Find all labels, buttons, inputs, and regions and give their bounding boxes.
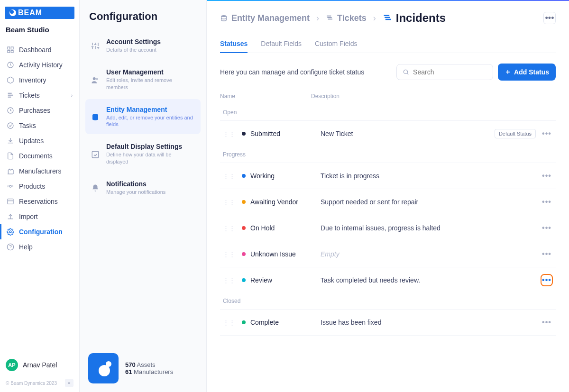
nav-icon <box>7 228 14 236</box>
user-name: Arnav Patel <box>23 361 57 369</box>
breadcrumb-label: Incidents <box>396 11 446 25</box>
config-item-account-settings[interactable]: Account SettingsDetails of the account <box>85 31 201 60</box>
status-group-closed: Closed <box>220 293 556 309</box>
status-description: Support needed or sent for repair <box>321 198 541 206</box>
breadcrumb-entity-management[interactable]: Entity Management <box>220 13 310 23</box>
status-description: Issue has been fixed <box>321 319 541 326</box>
status-name: Complete <box>250 319 321 326</box>
sidebar-item-dashboard[interactable]: Dashboard <box>0 42 79 57</box>
nav-icon <box>7 243 14 251</box>
breadcrumb-separator: › <box>373 13 376 23</box>
config-item-notifications[interactable]: NotificationsManage your notifications <box>85 173 201 202</box>
breadcrumb-more-icon[interactable]: ••• <box>543 12 556 24</box>
sidebar-item-activity-history[interactable]: Activity History <box>0 57 79 73</box>
sidebar-item-tickets[interactable]: Tickets› <box>0 88 79 103</box>
config-item-title: Default Display Settings <box>106 143 195 150</box>
stat-assets-label: Assets <box>137 361 156 368</box>
nav-icon <box>7 107 14 114</box>
sidebar-item-purchases[interactable]: Purchases <box>0 103 79 118</box>
nav-label: Inventory <box>19 76 46 84</box>
row-more-icon[interactable]: ••• <box>541 222 553 234</box>
collapse-sidebar-icon[interactable]: « <box>65 379 73 387</box>
svg-rect-29 <box>328 18 332 19</box>
drag-handle-icon[interactable]: ⋮⋮ <box>223 199 235 206</box>
row-more-icon[interactable]: ••• <box>541 128 553 140</box>
nav-icon <box>7 137 14 145</box>
row-more-icon[interactable]: ••• <box>541 274 553 286</box>
status-color-dot <box>242 320 246 324</box>
sidebar-item-configuration[interactable]: Configuration <box>0 224 79 239</box>
breadcrumb-icon <box>383 13 392 23</box>
nav-label: Tasks <box>19 122 36 129</box>
drag-handle-icon[interactable]: ⋮⋮ <box>223 251 235 258</box>
stat-assets-count: 570 <box>125 361 136 368</box>
drag-handle-icon[interactable]: ⋮⋮ <box>223 173 235 180</box>
sidebar-item-import[interactable]: Import <box>0 209 79 224</box>
svg-point-26 <box>221 15 227 17</box>
drag-handle-icon[interactable]: ⋮⋮ <box>223 130 235 137</box>
add-status-label: Add Status <box>514 68 549 76</box>
search-input-wrapper[interactable] <box>396 64 493 80</box>
status-color-dot <box>242 200 246 204</box>
sidebar-item-documents[interactable]: Documents <box>0 148 79 164</box>
svg-rect-32 <box>385 19 391 20</box>
status-name: Review <box>250 276 321 284</box>
column-desc-header: Description <box>311 93 556 100</box>
tab-default-fields[interactable]: Default Fields <box>261 36 302 53</box>
drag-handle-icon[interactable]: ⋮⋮ <box>223 319 235 326</box>
config-panel-title: Configuration <box>80 0 206 31</box>
status-color-dot <box>242 132 246 136</box>
search-input[interactable] <box>413 68 487 76</box>
sidebar-item-manufacturers[interactable]: Manufacturers <box>0 164 79 179</box>
config-item-desc: Add, edit, or remove your entities and f… <box>106 114 195 128</box>
sidebar-item-help[interactable]: Help <box>0 239 79 255</box>
nav-icon <box>7 213 14 220</box>
tab-custom-fields[interactable]: Custom Fields <box>315 36 357 53</box>
status-row: ⋮⋮Unknown IssueEmpty••• <box>220 241 556 267</box>
svg-rect-28 <box>327 17 331 18</box>
sidebar-item-tasks[interactable]: Tasks <box>0 118 79 133</box>
status-description: Empty <box>321 250 541 258</box>
status-row: ⋮⋮ReviewTask completed but needs review.… <box>220 267 556 293</box>
status-color-dot <box>242 226 246 230</box>
drag-handle-icon[interactable]: ⋮⋮ <box>223 277 235 284</box>
drag-handle-icon[interactable]: ⋮⋮ <box>223 225 235 232</box>
status-group-open: Open <box>220 104 556 120</box>
svg-rect-25 <box>92 151 99 158</box>
svg-point-10 <box>9 231 11 233</box>
nav-label: Tickets <box>19 91 40 99</box>
status-description: Ticket is in progress <box>321 172 541 180</box>
config-item-default-display-settings[interactable]: Default Display SettingsDefine how your … <box>85 136 201 172</box>
config-item-user-management[interactable]: User ManagementEdit roles, invite and re… <box>85 62 201 97</box>
sidebar-item-inventory[interactable]: Inventory <box>0 73 79 88</box>
sidebar-item-updates[interactable]: Updates <box>0 133 79 148</box>
status-row: ⋮⋮SubmittedNew TicketDefault Status••• <box>220 120 556 146</box>
status-name: On Hold <box>250 224 321 232</box>
config-item-title: Account Settings <box>106 38 161 46</box>
add-status-button[interactable]: ＋ Add Status <box>498 64 556 81</box>
row-more-icon[interactable]: ••• <box>541 170 553 182</box>
svg-point-22 <box>93 77 96 80</box>
nav-label: Activity History <box>19 61 63 69</box>
row-more-icon[interactable]: ••• <box>541 248 553 260</box>
status-row: ⋮⋮CompleteIssue has been fixed••• <box>220 309 556 336</box>
row-more-icon[interactable]: ••• <box>541 196 553 208</box>
sidebar-item-products[interactable]: Products <box>0 179 79 194</box>
config-item-desc: Details of the account <box>106 46 161 53</box>
nav-icon <box>7 61 14 69</box>
breadcrumb-icon <box>326 14 333 22</box>
config-item-icon <box>91 181 101 195</box>
svg-rect-30 <box>384 15 389 16</box>
chevron-right-icon: › <box>71 93 73 98</box>
row-more-icon[interactable]: ••• <box>541 316 553 328</box>
tab-statuses[interactable]: Statuses <box>220 36 248 53</box>
config-item-icon <box>91 39 101 53</box>
config-item-entity-management[interactable]: Entity ManagementAdd, edit, or remove yo… <box>85 99 201 135</box>
sidebar-item-reservations[interactable]: Reservations <box>0 194 79 209</box>
status-group-progress: Progress <box>220 146 556 163</box>
workspace-title: Beam Studio <box>0 22 79 42</box>
breadcrumb-tickets[interactable]: Tickets <box>326 13 367 23</box>
nav-label: Updates <box>19 137 44 145</box>
status-row: ⋮⋮Awaiting VendorSupport needed or sent … <box>220 189 556 215</box>
user-menu[interactable]: AP Arnav Patel <box>0 354 79 376</box>
